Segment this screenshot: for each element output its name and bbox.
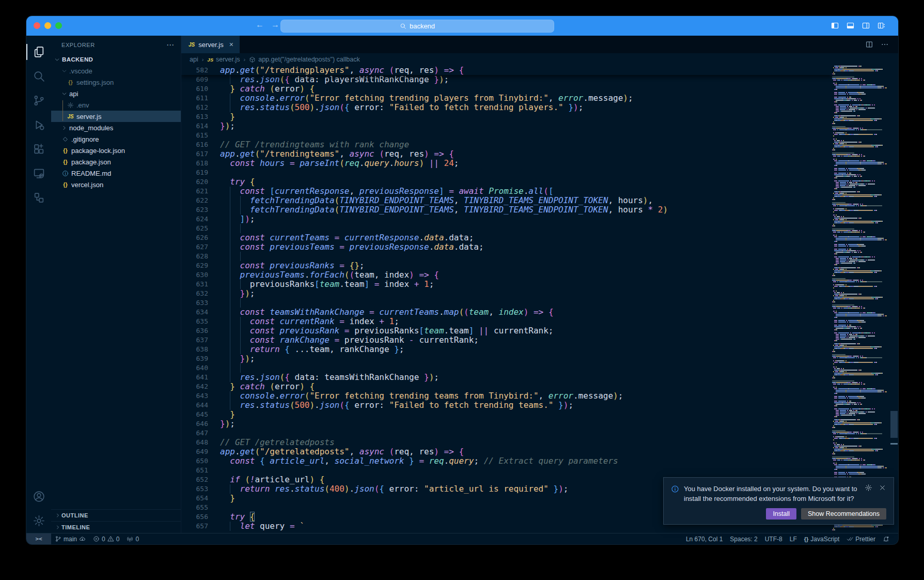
- scrollbar-thumb[interactable]: [890, 411, 898, 438]
- code-line-622[interactable]: 622 fetchTrendingData(TINYBIRD_ENDPOINT_…: [181, 196, 832, 205]
- activity-bar-hierarchy[interactable]: [26, 186, 51, 210]
- code-line-630[interactable]: 630 previousTeams.forEach((team, index) …: [181, 270, 832, 280]
- status-ports[interactable]: 0: [123, 533, 143, 544]
- close-window-button[interactable]: [34, 22, 40, 29]
- file-item-node-modules[interactable]: node_modules: [51, 122, 181, 133]
- activity-bar-extensions[interactable]: [26, 137, 51, 161]
- ellipsis-icon[interactable]: [881, 40, 889, 49]
- code-line-636[interactable]: 636 const previousRank = previousRanks[t…: [181, 326, 832, 335]
- status-language-mode[interactable]: {}JavaScript: [801, 536, 843, 543]
- code-line-645[interactable]: 645 }: [181, 410, 832, 419]
- code-line-618[interactable]: 618 const hours = parseInt(req.query.hou…: [181, 159, 832, 168]
- layout-customize-icon[interactable]: [877, 21, 886, 30]
- activity-bar-accounts[interactable]: [26, 484, 51, 509]
- code-line-614[interactable]: 614});: [181, 121, 832, 131]
- code-line-613[interactable]: 613 }: [181, 112, 832, 121]
- code-line-611[interactable]: 611 console.error("Error fetching trendi…: [181, 94, 832, 103]
- code-line-644[interactable]: 644 res.status(500).json({ error: "Faile…: [181, 401, 832, 410]
- code-line-632[interactable]: 632 });: [181, 289, 832, 298]
- breadcrumb-segment[interactable]: JSserver.js: [207, 56, 240, 63]
- file-item--env[interactable]: .env: [51, 99, 181, 111]
- status-problems[interactable]: 00: [89, 533, 123, 544]
- minimize-window-button[interactable]: [44, 22, 51, 29]
- sidebar-panel-timeline[interactable]: TIMELINE: [51, 521, 181, 533]
- code-line-623[interactable]: 623 fetchTrendingData(TINYBIRD_ENDPOINT_…: [181, 205, 832, 215]
- show-recommendations-button[interactable]: Show Recommendations: [801, 508, 886, 520]
- code-line-649[interactable]: 649app.get("/getrelatedposts", async (re…: [181, 447, 832, 456]
- status-eol[interactable]: LF: [786, 536, 801, 543]
- file-item-package-json[interactable]: {}package.json: [51, 156, 181, 167]
- zoom-window-button[interactable]: [55, 22, 62, 29]
- code-line-647[interactable]: 647: [181, 429, 832, 438]
- breadcrumb-segment[interactable]: app.get("/getrelatedposts") callback: [249, 56, 359, 63]
- code-line-642[interactable]: 642 } catch (error) {: [181, 382, 832, 391]
- activity-bar-settings[interactable]: [26, 509, 51, 533]
- tab-server-js[interactable]: JS server.js ×: [181, 36, 240, 53]
- file-item-vercel-json[interactable]: {}vercel.json: [51, 179, 181, 190]
- code-line-624[interactable]: 624 ]);: [181, 215, 832, 224]
- file-item--vscode[interactable]: .vscode: [51, 65, 181, 77]
- layout-sidebar-right-icon[interactable]: [862, 21, 870, 30]
- code-line-627[interactable]: 627 const previousTeams = previousRespon…: [181, 242, 832, 252]
- code-line-610[interactable]: 610 } catch (error) {: [181, 84, 832, 94]
- status-notifications-bell[interactable]: [879, 536, 893, 542]
- activity-bar-explorer[interactable]: [26, 40, 51, 64]
- code-line-648[interactable]: 648// GET /getrelatedposts: [181, 438, 832, 447]
- code-line-643[interactable]: 643 console.error("Error fetching trendi…: [181, 391, 832, 401]
- file-item-settings-json[interactable]: {}settings.json: [51, 77, 181, 88]
- notification-settings-gear-icon[interactable]: [865, 484, 872, 503]
- code-line-616[interactable]: 616// GET /trendingteams with rank chang…: [181, 140, 832, 149]
- breadcrumb[interactable]: api›JSserver.js›app.get("/getrelatedpost…: [181, 53, 898, 66]
- code-line-626[interactable]: 626 const currentTeams = currentResponse…: [181, 233, 832, 242]
- code-line-646[interactable]: 646});: [181, 419, 832, 429]
- code-line-612[interactable]: 612 res.status(500).json({ error: "Faile…: [181, 103, 832, 112]
- code-line-619[interactable]: 619: [181, 168, 832, 177]
- split-editor-icon[interactable]: [865, 40, 873, 49]
- code-line-641[interactable]: 641 res.json({ data: teamsWithRankChange…: [181, 373, 832, 382]
- status-formatter[interactable]: Prettier: [843, 536, 879, 543]
- code-line-650[interactable]: 650 const { article_url, social_network …: [181, 456, 832, 466]
- explorer-more-actions-icon[interactable]: ⋯: [166, 40, 175, 50]
- status-cursor-position[interactable]: Ln 670, Col 1: [682, 536, 726, 543]
- activity-bar-search[interactable]: [26, 64, 51, 88]
- install-button[interactable]: Install: [766, 508, 796, 520]
- code-line-609[interactable]: 609 res.json({ data: playersWithRankChan…: [181, 75, 832, 84]
- code-line-635[interactable]: 635 const currentRank = index + 1;: [181, 317, 832, 326]
- sidebar-panel-outline[interactable]: OUTLINE: [51, 509, 181, 521]
- code-line-582[interactable]: 582app.get("/trendingplayers", async (re…: [181, 66, 832, 75]
- code-line-620[interactable]: 620 try {: [181, 177, 832, 187]
- code-line-634[interactable]: 634 const teamsWithRankChange = currentT…: [181, 308, 832, 317]
- code-line-638[interactable]: 638 return { ...team, rankChange };: [181, 345, 832, 354]
- scrollbar[interactable]: [890, 66, 898, 533]
- activity-bar-run-debug[interactable]: [26, 113, 51, 137]
- minimap[interactable]: [832, 66, 890, 533]
- code-editor[interactable]: 609 res.json({ data: playersWithRankChan…: [181, 66, 898, 533]
- file-item-backend[interactable]: BACKEND: [51, 54, 181, 65]
- file-item-api[interactable]: api: [51, 88, 181, 99]
- notification-close-icon[interactable]: [879, 484, 886, 503]
- code-line-651[interactable]: 651: [181, 466, 832, 475]
- code-line-633[interactable]: 633: [181, 298, 832, 308]
- breadcrumb-segment[interactable]: api: [190, 56, 198, 63]
- close-tab-icon[interactable]: ×: [229, 40, 233, 49]
- remote-indicator[interactable]: ><: [26, 533, 51, 544]
- code-line-631[interactable]: 631 previousRanks[team.team] = index + 1…: [181, 280, 832, 289]
- code-line-625[interactable]: 625: [181, 224, 832, 233]
- file-item-server-js[interactable]: JSserver.js: [51, 111, 181, 122]
- command-center-search[interactable]: backend: [280, 20, 554, 33]
- status-encoding[interactable]: UTF-8: [761, 536, 786, 543]
- sticky-scroll-line[interactable]: 582app.get("/trendingplayers", async (re…: [181, 66, 832, 75]
- activity-bar-source-control[interactable]: [26, 88, 51, 113]
- code-line-629[interactable]: 629 const previousRanks = {};: [181, 261, 832, 270]
- code-line-628[interactable]: 628: [181, 252, 832, 261]
- status-branch[interactable]: main: [51, 533, 89, 544]
- code-line-637[interactable]: 637 const rankChange = previousRank - cu…: [181, 335, 832, 345]
- file-item-package-lock-json[interactable]: {}package-lock.json: [51, 145, 181, 156]
- layout-panel-icon[interactable]: [846, 21, 855, 30]
- code-line-617[interactable]: 617app.get("/trendingteams", async (req,…: [181, 149, 832, 159]
- activity-bar-remote-explorer[interactable]: [26, 161, 51, 186]
- file-item-readme-md[interactable]: README.md: [51, 167, 181, 179]
- file-item--gitignore[interactable]: .gitignore: [51, 133, 181, 145]
- code-line-615[interactable]: 615: [181, 131, 832, 140]
- layout-sidebar-left-icon[interactable]: [831, 21, 839, 30]
